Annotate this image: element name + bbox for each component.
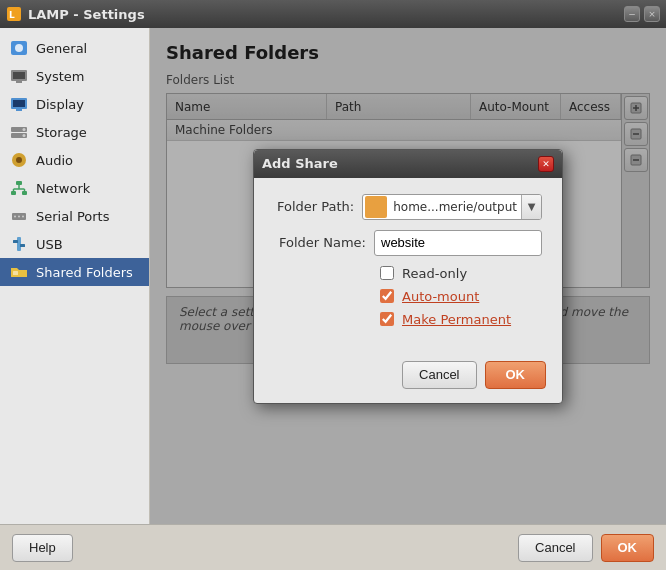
content-area: Shared Folders Folders List Name Path Au… bbox=[150, 28, 666, 524]
folder-name-input[interactable] bbox=[374, 230, 542, 256]
bottom-bar: Help Cancel OK bbox=[0, 524, 666, 570]
dialog-close-button[interactable]: ✕ bbox=[538, 156, 554, 172]
readonly-checkbox[interactable] bbox=[380, 266, 394, 280]
readonly-row: Read-only bbox=[380, 266, 542, 281]
sidebar-label-display: Display bbox=[36, 97, 84, 112]
sidebar-label-audio: Audio bbox=[36, 153, 73, 168]
svg-rect-16 bbox=[16, 181, 22, 185]
folder-path-dropdown[interactable]: home...merie/output ▼ bbox=[362, 194, 542, 220]
minimize-button[interactable]: − bbox=[624, 6, 640, 22]
folder-path-label: Folder Path: bbox=[274, 199, 362, 214]
sidebar-item-serialports[interactable]: Serial Ports bbox=[0, 202, 149, 230]
folder-name-control bbox=[374, 230, 542, 256]
folder-name-row: Folder Name: bbox=[274, 230, 542, 256]
add-share-dialog: Add Share ✕ Folder Path: home. bbox=[253, 149, 563, 404]
sidebar-label-sharedfolders: Shared Folders bbox=[36, 265, 133, 280]
svg-rect-6 bbox=[16, 81, 22, 83]
sidebar-item-sharedfolders[interactable]: Shared Folders bbox=[0, 258, 149, 286]
svg-point-24 bbox=[14, 216, 16, 218]
system-icon bbox=[10, 67, 28, 85]
folder-name-label: Folder Name: bbox=[274, 235, 374, 250]
automount-checkbox[interactable] bbox=[380, 289, 394, 303]
readonly-label: Read-only bbox=[402, 266, 467, 281]
svg-rect-17 bbox=[11, 191, 16, 195]
bottom-right: Cancel OK bbox=[518, 534, 654, 562]
svg-rect-28 bbox=[13, 240, 18, 243]
dialog-ok-button[interactable]: OK bbox=[485, 361, 547, 389]
sidebar: General System Display Storage Audio bbox=[0, 28, 150, 524]
folder-path-row: Folder Path: home...merie/output ▼ bbox=[274, 194, 542, 220]
sidebar-item-usb[interactable]: USB bbox=[0, 230, 149, 258]
usb-icon bbox=[10, 235, 28, 253]
svg-rect-30 bbox=[13, 271, 18, 275]
general-icon bbox=[10, 39, 28, 57]
sidebar-item-general[interactable]: General bbox=[0, 34, 149, 62]
close-button[interactable]: × bbox=[644, 6, 660, 22]
cancel-button[interactable]: Cancel bbox=[518, 534, 592, 562]
permanent-checkbox[interactable] bbox=[380, 312, 394, 326]
svg-point-3 bbox=[15, 44, 23, 52]
storage-icon bbox=[10, 123, 28, 141]
svg-point-13 bbox=[23, 134, 26, 137]
automount-row: Auto-mount bbox=[380, 289, 542, 304]
sidebar-item-storage[interactable]: Storage bbox=[0, 118, 149, 146]
sharedfolders-icon bbox=[10, 263, 28, 281]
folder-path-value: home...merie/output bbox=[389, 200, 521, 214]
svg-rect-9 bbox=[16, 109, 22, 111]
svg-point-26 bbox=[22, 216, 24, 218]
svg-point-25 bbox=[18, 216, 20, 218]
svg-rect-18 bbox=[22, 191, 27, 195]
network-icon bbox=[10, 179, 28, 197]
help-button[interactable]: Help bbox=[12, 534, 73, 562]
svg-rect-8 bbox=[13, 100, 25, 107]
folder-icon bbox=[365, 196, 387, 218]
dialog-title-bar: Add Share ✕ bbox=[254, 150, 562, 178]
sidebar-label-storage: Storage bbox=[36, 125, 87, 140]
sidebar-item-audio[interactable]: Audio bbox=[0, 146, 149, 174]
dialog-buttons: Cancel OK bbox=[254, 351, 562, 403]
sidebar-label-network: Network bbox=[36, 181, 90, 196]
title-bar-left: L LAMP - Settings bbox=[6, 6, 145, 22]
svg-rect-29 bbox=[20, 244, 25, 247]
svg-point-12 bbox=[23, 128, 26, 131]
window-title: LAMP - Settings bbox=[28, 7, 145, 22]
dialog-title: Add Share bbox=[262, 156, 338, 171]
svg-rect-5 bbox=[13, 72, 25, 79]
svg-text:L: L bbox=[9, 10, 15, 20]
automount-label: Auto-mount bbox=[402, 289, 479, 304]
display-icon bbox=[10, 95, 28, 113]
serialports-icon bbox=[10, 207, 28, 225]
title-bar: L LAMP - Settings − × bbox=[0, 0, 666, 28]
sidebar-label-general: General bbox=[36, 41, 87, 56]
sidebar-label-serialports: Serial Ports bbox=[36, 209, 109, 224]
permanent-row: Make Permanent bbox=[380, 312, 542, 327]
sidebar-item-system[interactable]: System bbox=[0, 62, 149, 90]
permanent-label: Make Permanent bbox=[402, 312, 511, 327]
ok-button[interactable]: OK bbox=[601, 534, 655, 562]
svg-rect-27 bbox=[17, 237, 21, 251]
title-buttons: − × bbox=[624, 6, 660, 22]
sidebar-item-display[interactable]: Display bbox=[0, 90, 149, 118]
modal-overlay: Add Share ✕ Folder Path: home. bbox=[150, 28, 666, 524]
svg-point-15 bbox=[16, 157, 22, 163]
folder-path-control: home...merie/output ▼ bbox=[362, 194, 542, 220]
dialog-body: Folder Path: home...merie/output ▼ bbox=[254, 178, 562, 351]
main-layout: General System Display Storage Audio bbox=[0, 28, 666, 524]
app-icon: L bbox=[6, 6, 22, 22]
audio-icon bbox=[10, 151, 28, 169]
sidebar-label-system: System bbox=[36, 69, 84, 84]
sidebar-label-usb: USB bbox=[36, 237, 63, 252]
path-dropdown-arrow[interactable]: ▼ bbox=[521, 195, 541, 219]
dialog-cancel-button[interactable]: Cancel bbox=[402, 361, 476, 389]
sidebar-item-network[interactable]: Network bbox=[0, 174, 149, 202]
